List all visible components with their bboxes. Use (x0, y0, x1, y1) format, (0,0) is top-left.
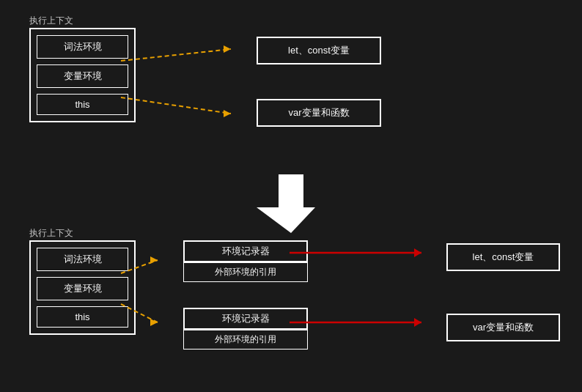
lex-group-2: 环境记录器 外部环境的引用 (183, 308, 308, 350)
svg-marker-7 (150, 256, 158, 264)
top-section: 执行上下文 词法环境 变量环境 this let、const变量 var变量和函… (22, 15, 560, 176)
bottom-exec-label: 执行上下文 (29, 227, 73, 240)
lex-record-1: 环境记录器 (183, 240, 308, 262)
bottom-this: this (37, 306, 128, 328)
diagram-container: 执行上下文 词法环境 变量环境 this let、const变量 var变量和函… (0, 0, 582, 392)
svg-marker-5 (257, 207, 315, 233)
bottom-final-box1: let、const变量 (446, 243, 560, 271)
top-right-box1: let、const变量 (257, 37, 381, 64)
top-lexical-env: 词法环境 (37, 35, 128, 59)
top-variable-env: 变量环境 (37, 64, 128, 88)
svg-rect-4 (279, 174, 303, 207)
bottom-variable-env: 变量环境 (37, 277, 128, 300)
svg-marker-13 (414, 318, 421, 327)
top-this: this (37, 94, 128, 115)
lex-outer-ref-2: 外部环境的引用 (183, 330, 308, 350)
bottom-final-box2: var变量和函数 (446, 314, 560, 341)
lex-outer-ref-1: 外部环境的引用 (183, 262, 308, 282)
bottom-lexical-env: 词法环境 (37, 248, 128, 271)
bottom-exec-context-box: 词法环境 变量环境 this (29, 240, 136, 335)
svg-marker-9 (150, 319, 158, 326)
top-right-box2: var变量和函数 (257, 99, 381, 127)
top-exec-label: 执行上下文 (29, 15, 73, 27)
top-exec-context-box: 词法环境 变量环境 this (29, 28, 136, 122)
lex-group-1: 环境记录器 外部环境的引用 (183, 240, 308, 282)
svg-marker-11 (414, 248, 421, 257)
lex-record-2: 环境记录器 (183, 308, 308, 330)
